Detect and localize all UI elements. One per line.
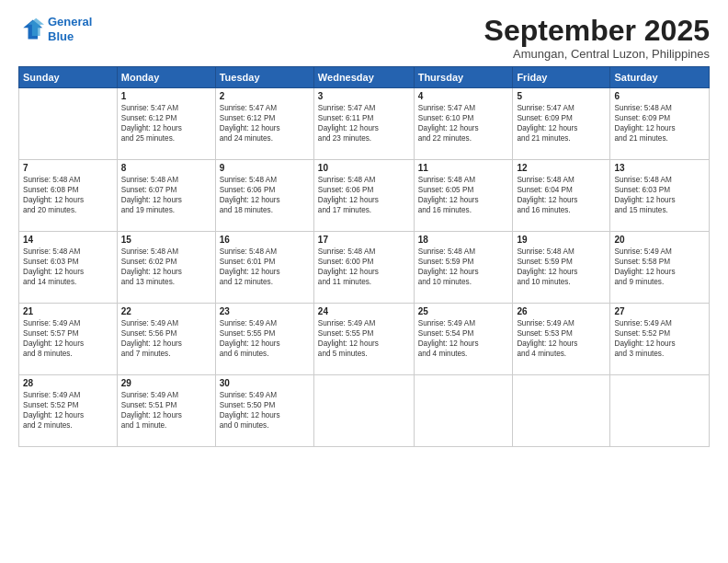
calendar-cell: 3Sunrise: 5:47 AM Sunset: 6:11 PM Daylig… <box>313 88 414 160</box>
day-number: 1 <box>121 91 211 101</box>
day-number: 14 <box>23 235 113 245</box>
day-number: 13 <box>614 163 705 173</box>
calendar-cell <box>313 375 414 447</box>
calendar-cell: 21Sunrise: 5:49 AM Sunset: 5:57 PM Dayli… <box>19 304 118 375</box>
day-number: 26 <box>517 306 606 316</box>
day-number: 30 <box>220 378 310 388</box>
calendar-cell: 30Sunrise: 5:49 AM Sunset: 5:50 PM Dayli… <box>215 375 313 447</box>
day-info: Sunrise: 5:49 AM Sunset: 5:56 PM Dayligh… <box>121 318 211 359</box>
day-number: 29 <box>121 378 211 388</box>
day-header-saturday: Saturday <box>610 67 710 88</box>
day-number: 17 <box>318 235 410 245</box>
day-info: Sunrise: 5:49 AM Sunset: 5:52 PM Dayligh… <box>614 318 705 359</box>
calendar-week-row: 1Sunrise: 5:47 AM Sunset: 6:12 PM Daylig… <box>19 88 710 160</box>
day-number: 28 <box>23 378 113 388</box>
day-info: Sunrise: 5:49 AM Sunset: 5:55 PM Dayligh… <box>318 318 410 359</box>
day-number: 25 <box>418 306 509 316</box>
calendar-cell: 11Sunrise: 5:48 AM Sunset: 6:05 PM Dayli… <box>414 160 513 232</box>
header: General Blue September 2025 Amungan, Cen… <box>18 15 710 61</box>
day-number: 16 <box>220 235 310 245</box>
logo-text: General Blue <box>48 15 92 43</box>
day-header-tuesday: Tuesday <box>215 67 313 88</box>
title-block: September 2025 Amungan, Central Luzon, P… <box>484 15 710 61</box>
day-number: 4 <box>418 91 509 101</box>
day-header-monday: Monday <box>117 67 215 88</box>
day-number: 5 <box>517 91 606 101</box>
day-info: Sunrise: 5:47 AM Sunset: 6:09 PM Dayligh… <box>517 103 606 144</box>
day-number: 6 <box>614 91 705 101</box>
calendar-cell: 9Sunrise: 5:48 AM Sunset: 6:06 PM Daylig… <box>215 160 313 232</box>
day-number: 8 <box>121 163 211 173</box>
day-header-sunday: Sunday <box>19 67 118 88</box>
day-info: Sunrise: 5:48 AM Sunset: 6:05 PM Dayligh… <box>418 175 509 215</box>
day-info: Sunrise: 5:48 AM Sunset: 6:01 PM Dayligh… <box>220 247 310 287</box>
calendar-cell: 28Sunrise: 5:49 AM Sunset: 5:52 PM Dayli… <box>19 375 118 447</box>
calendar-cell: 10Sunrise: 5:48 AM Sunset: 6:06 PM Dayli… <box>313 160 414 232</box>
calendar-week-row: 7Sunrise: 5:48 AM Sunset: 6:08 PM Daylig… <box>19 160 710 232</box>
calendar-cell <box>513 375 610 447</box>
day-info: Sunrise: 5:48 AM Sunset: 6:03 PM Dayligh… <box>23 247 113 287</box>
day-number: 18 <box>418 235 509 245</box>
day-info: Sunrise: 5:48 AM Sunset: 6:03 PM Dayligh… <box>614 175 705 215</box>
day-info: Sunrise: 5:48 AM Sunset: 6:07 PM Dayligh… <box>121 175 211 215</box>
day-number: 19 <box>517 235 606 245</box>
day-info: Sunrise: 5:48 AM Sunset: 6:02 PM Dayligh… <box>121 247 211 287</box>
calendar-cell: 6Sunrise: 5:48 AM Sunset: 6:09 PM Daylig… <box>610 88 710 160</box>
calendar-cell: 26Sunrise: 5:49 AM Sunset: 5:53 PM Dayli… <box>513 304 610 375</box>
calendar-cell: 24Sunrise: 5:49 AM Sunset: 5:55 PM Dayli… <box>313 304 414 375</box>
day-number: 9 <box>220 163 310 173</box>
day-header-wednesday: Wednesday <box>313 67 414 88</box>
page: General Blue September 2025 Amungan, Cen… <box>0 0 728 563</box>
day-info: Sunrise: 5:48 AM Sunset: 6:08 PM Dayligh… <box>23 175 113 215</box>
calendar-cell: 29Sunrise: 5:49 AM Sunset: 5:51 PM Dayli… <box>117 375 215 447</box>
calendar-cell: 4Sunrise: 5:47 AM Sunset: 6:10 PM Daylig… <box>414 88 513 160</box>
day-info: Sunrise: 5:48 AM Sunset: 6:04 PM Dayligh… <box>517 175 606 215</box>
calendar-cell: 23Sunrise: 5:49 AM Sunset: 5:55 PM Dayli… <box>215 304 313 375</box>
day-header-friday: Friday <box>513 67 610 88</box>
day-info: Sunrise: 5:47 AM Sunset: 6:12 PM Dayligh… <box>121 103 211 144</box>
day-info: Sunrise: 5:49 AM Sunset: 5:58 PM Dayligh… <box>614 247 705 287</box>
day-info: Sunrise: 5:48 AM Sunset: 5:59 PM Dayligh… <box>517 247 606 287</box>
day-info: Sunrise: 5:48 AM Sunset: 5:59 PM Dayligh… <box>418 247 509 287</box>
day-info: Sunrise: 5:49 AM Sunset: 5:54 PM Dayligh… <box>418 318 509 359</box>
calendar-cell: 16Sunrise: 5:48 AM Sunset: 6:01 PM Dayli… <box>215 232 313 304</box>
day-info: Sunrise: 5:49 AM Sunset: 5:55 PM Dayligh… <box>220 318 310 359</box>
calendar-cell <box>414 375 513 447</box>
calendar-cell: 27Sunrise: 5:49 AM Sunset: 5:52 PM Dayli… <box>610 304 710 375</box>
calendar-cell: 25Sunrise: 5:49 AM Sunset: 5:54 PM Dayli… <box>414 304 513 375</box>
calendar-cell <box>19 88 118 160</box>
day-number: 12 <box>517 163 606 173</box>
calendar-cell: 14Sunrise: 5:48 AM Sunset: 6:03 PM Dayli… <box>19 232 118 304</box>
calendar-cell: 8Sunrise: 5:48 AM Sunset: 6:07 PM Daylig… <box>117 160 215 232</box>
day-info: Sunrise: 5:49 AM Sunset: 5:51 PM Dayligh… <box>121 390 211 431</box>
day-info: Sunrise: 5:48 AM Sunset: 6:09 PM Dayligh… <box>614 103 705 144</box>
logo-line2: Blue <box>48 29 74 43</box>
day-number: 2 <box>220 91 310 101</box>
logo-icon <box>18 17 44 42</box>
day-info: Sunrise: 5:47 AM Sunset: 6:12 PM Dayligh… <box>220 103 310 144</box>
day-info: Sunrise: 5:48 AM Sunset: 6:06 PM Dayligh… <box>220 175 310 215</box>
day-number: 10 <box>318 163 410 173</box>
day-number: 3 <box>318 91 410 101</box>
calendar-cell: 7Sunrise: 5:48 AM Sunset: 6:08 PM Daylig… <box>19 160 118 232</box>
calendar-cell: 15Sunrise: 5:48 AM Sunset: 6:02 PM Dayli… <box>117 232 215 304</box>
day-info: Sunrise: 5:49 AM Sunset: 5:50 PM Dayligh… <box>220 390 310 431</box>
day-info: Sunrise: 5:49 AM Sunset: 5:53 PM Dayligh… <box>517 318 606 359</box>
day-number: 7 <box>23 163 113 173</box>
calendar-cell: 12Sunrise: 5:48 AM Sunset: 6:04 PM Dayli… <box>513 160 610 232</box>
calendar-cell: 22Sunrise: 5:49 AM Sunset: 5:56 PM Dayli… <box>117 304 215 375</box>
calendar-week-row: 21Sunrise: 5:49 AM Sunset: 5:57 PM Dayli… <box>19 304 710 375</box>
day-info: Sunrise: 5:48 AM Sunset: 6:00 PM Dayligh… <box>318 247 410 287</box>
calendar-week-row: 28Sunrise: 5:49 AM Sunset: 5:52 PM Dayli… <box>19 375 710 447</box>
calendar-cell: 13Sunrise: 5:48 AM Sunset: 6:03 PM Dayli… <box>610 160 710 232</box>
day-info: Sunrise: 5:47 AM Sunset: 6:11 PM Dayligh… <box>318 103 410 144</box>
calendar-week-row: 14Sunrise: 5:48 AM Sunset: 6:03 PM Dayli… <box>19 232 710 304</box>
calendar-cell: 18Sunrise: 5:48 AM Sunset: 5:59 PM Dayli… <box>414 232 513 304</box>
day-number: 27 <box>614 306 705 316</box>
day-info: Sunrise: 5:49 AM Sunset: 5:52 PM Dayligh… <box>23 390 113 431</box>
day-number: 15 <box>121 235 211 245</box>
day-header-thursday: Thursday <box>414 67 513 88</box>
calendar-cell: 5Sunrise: 5:47 AM Sunset: 6:09 PM Daylig… <box>513 88 610 160</box>
calendar-cell <box>610 375 710 447</box>
calendar-cell: 2Sunrise: 5:47 AM Sunset: 6:12 PM Daylig… <box>215 88 313 160</box>
